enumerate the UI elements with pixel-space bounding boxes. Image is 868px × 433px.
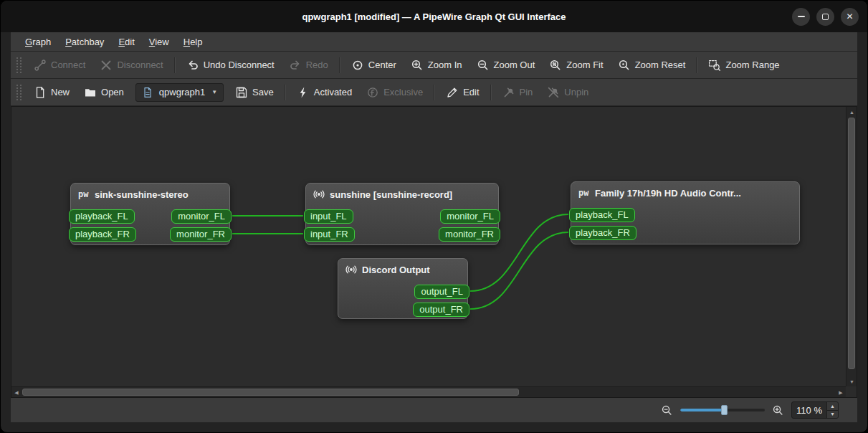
port-output_FL[interactable]: output_FL — [414, 285, 469, 299]
scroll-left-arrow-icon[interactable]: ◀ — [11, 387, 22, 398]
button-label: Center — [368, 60, 396, 70]
port-monitor_FR[interactable]: monitor_FR — [170, 227, 232, 242]
new-button[interactable]: New — [27, 82, 76, 103]
graph-node-family[interactable]: pwFamily 17h/19h HD Audio Contr...playba… — [571, 181, 800, 244]
new-icon — [34, 86, 47, 99]
zoom-out-icon — [477, 59, 490, 72]
button-label: Zoom Fit — [566, 60, 603, 70]
disconnect-icon — [100, 59, 113, 72]
zoom-in-button[interactable]: Zoom In — [404, 54, 469, 76]
toolbar-separator — [339, 57, 340, 73]
port-playback_FL[interactable]: playback_FL — [69, 209, 135, 224]
menu-view[interactable]: View — [142, 32, 176, 51]
statusbar: 110 % ▲ ▼ — [11, 398, 857, 422]
port-input_FR[interactable]: input_FR — [304, 227, 355, 242]
zoom-reset-icon — [618, 59, 631, 72]
toolbar-drag-handle[interactable] — [16, 85, 22, 100]
port-monitor_FL[interactable]: monitor_FL — [171, 209, 232, 224]
zoom-spinbox[interactable]: 110 % ▲ ▼ — [791, 401, 839, 419]
pipewire-icon: pw — [578, 187, 590, 199]
titlebar[interactable]: qpwgraph1 [modified] — A PipeWire Graph … — [1, 1, 867, 32]
graph-view: pwsink-sunshine-stereoplayback_FLplaybac… — [11, 106, 857, 398]
menu-graph[interactable]: Graph — [18, 32, 58, 51]
port-monitor_FL[interactable]: monitor_FL — [440, 209, 500, 224]
button-label: New — [51, 87, 70, 97]
toolbar-separator — [490, 85, 492, 100]
toolbar-separator — [174, 57, 176, 73]
zoom-out-button[interactable]: Zoom Out — [470, 54, 542, 76]
save-icon — [235, 86, 248, 99]
maximize-button[interactable] — [816, 8, 834, 26]
button-label: Undo Disconnect — [204, 60, 275, 70]
patchbay-selector[interactable]: qpwgraph1▼ — [135, 83, 224, 102]
toolbar-drag-handle[interactable] — [16, 57, 22, 73]
graph-node-sunshine[interactable]: sunshine [sunshine-record]input_FLinput_… — [305, 183, 499, 245]
horizontal-scrollbar[interactable]: ◀ ▶ — [11, 386, 846, 397]
graph-canvas[interactable]: pwsink-sunshine-stereoplayback_FLplaybac… — [11, 107, 846, 386]
button-label: Open — [101, 87, 124, 97]
activated-button[interactable]: Activated — [290, 82, 358, 103]
open-button[interactable]: Open — [77, 82, 130, 103]
connect-button[interactable]: Connect — [27, 54, 92, 76]
port-input_FL[interactable]: input_FL — [304, 209, 353, 224]
horizontal-scroll-track[interactable] — [22, 387, 836, 397]
port-output_FR[interactable]: output_FR — [413, 303, 469, 317]
menu-label: Patchbay — [65, 37, 104, 47]
zoom-out-icon[interactable] — [661, 404, 673, 417]
vertical-scrollbar[interactable]: ▲ ▼ — [846, 107, 857, 386]
zoom-reset-button[interactable]: Zoom Reset — [611, 54, 692, 76]
menu-help[interactable]: Help — [176, 32, 210, 51]
menu-label: View — [149, 37, 169, 47]
zoom-value: 110 % — [792, 402, 826, 418]
menu-patchbay[interactable]: Patchbay — [58, 32, 111, 51]
pin-button[interactable]: Pin — [496, 82, 540, 103]
graph-node-discord[interactable]: Discord Outputoutput_FLoutput_FR — [338, 258, 468, 319]
record-icon — [313, 189, 325, 200]
undo-disconnect-button[interactable]: Undo Disconnect — [180, 54, 281, 76]
save-button[interactable]: Save — [229, 82, 280, 103]
center-icon — [351, 59, 364, 72]
minimize-button[interactable] — [792, 8, 810, 26]
zoom-fit-icon — [549, 59, 562, 72]
combo-value: qpwgraph1 — [159, 87, 205, 97]
node-title: sink-sunshine-stereo — [95, 189, 189, 200]
edit-icon — [446, 86, 459, 99]
scroll-down-arrow-icon[interactable]: ▼ — [846, 376, 857, 386]
scroll-right-arrow-icon[interactable]: ▶ — [836, 387, 846, 398]
horizontal-scroll-handle[interactable] — [22, 389, 519, 396]
zoom-in-icon[interactable] — [772, 404, 784, 417]
menubar: GraphPatchbayEditViewHelp — [11, 32, 857, 52]
redo-button[interactable]: Redo — [282, 54, 335, 76]
unpin-button[interactable]: Unpin — [540, 82, 595, 103]
exclusive-button[interactable]: Exclusive — [360, 82, 429, 103]
zoom-range-button[interactable]: Zoom Range — [702, 54, 786, 76]
port-monitor_FR[interactable]: monitor_FR — [439, 227, 500, 242]
edit-button[interactable]: Edit — [439, 82, 485, 103]
zoom-fit-button[interactable]: Zoom Fit — [543, 54, 609, 76]
port-playback_FR[interactable]: playback_FR — [69, 227, 136, 242]
vertical-scroll-track[interactable] — [846, 117, 857, 376]
minimize-icon — [798, 16, 805, 17]
graph-node-sink[interactable]: pwsink-sunshine-stereoplayback_FLplaybac… — [70, 183, 230, 245]
vertical-scroll-handle[interactable] — [848, 118, 855, 369]
menu-label: Graph — [25, 37, 51, 47]
app-window: qpwgraph1 [modified] — A PipeWire Graph … — [0, 0, 868, 433]
center-button[interactable]: Center — [345, 54, 403, 76]
disconnect-button[interactable]: Disconnect — [93, 54, 169, 76]
undo-icon — [186, 59, 199, 72]
scroll-up-arrow-icon[interactable]: ▲ — [846, 107, 857, 117]
open-icon — [84, 86, 97, 99]
app-frame: GraphPatchbayEditViewHelp ConnectDisconn… — [11, 32, 857, 422]
toolbar-separator — [285, 85, 286, 100]
port-playback_FL[interactable]: playback_FL — [569, 208, 635, 222]
zoom-slider-handle[interactable] — [721, 405, 728, 415]
button-label: Disconnect — [117, 60, 163, 70]
button-label: Connect — [51, 60, 85, 70]
port-playback_FR[interactable]: playback_FR — [569, 226, 636, 240]
menu-edit[interactable]: Edit — [111, 32, 141, 51]
spin-up-button[interactable]: ▲ — [827, 402, 838, 410]
spin-down-button[interactable]: ▼ — [827, 410, 838, 419]
button-label: Pin — [520, 87, 533, 97]
close-button[interactable]: ✕ — [841, 8, 859, 26]
zoom-slider[interactable] — [680, 404, 765, 416]
